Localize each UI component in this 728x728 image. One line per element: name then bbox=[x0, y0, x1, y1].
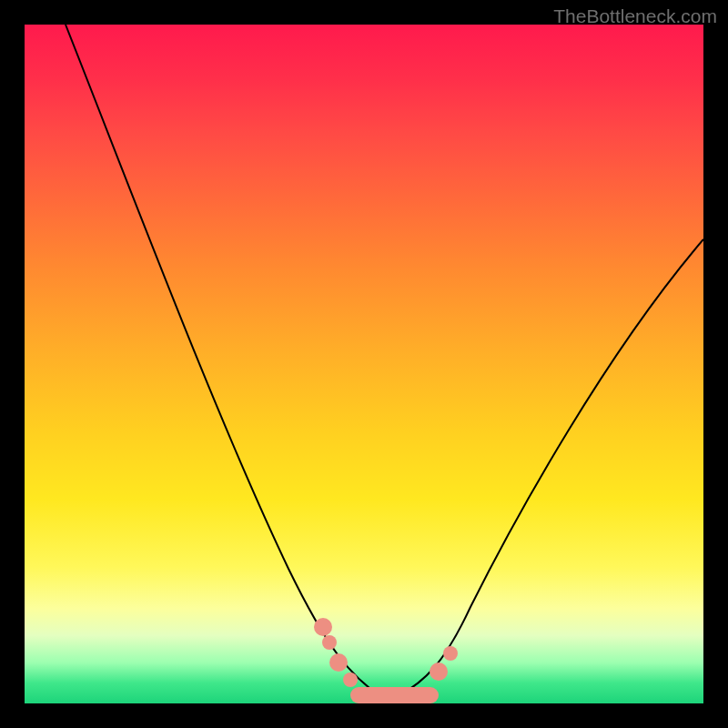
marker-dot bbox=[314, 618, 332, 636]
right-curve bbox=[389, 239, 703, 701]
bottleneck-curve-plot bbox=[25, 25, 703, 703]
left-curve bbox=[66, 25, 389, 701]
watermark-text: TheBottleneck.com bbox=[553, 5, 717, 27]
flat-segment bbox=[350, 687, 439, 703]
marker-dot bbox=[322, 635, 337, 650]
marker-dot bbox=[430, 662, 448, 681]
marker-dot bbox=[329, 653, 348, 672]
marker-dot bbox=[443, 646, 458, 661]
marker-dot bbox=[343, 672, 358, 687]
chart-frame bbox=[25, 25, 703, 703]
